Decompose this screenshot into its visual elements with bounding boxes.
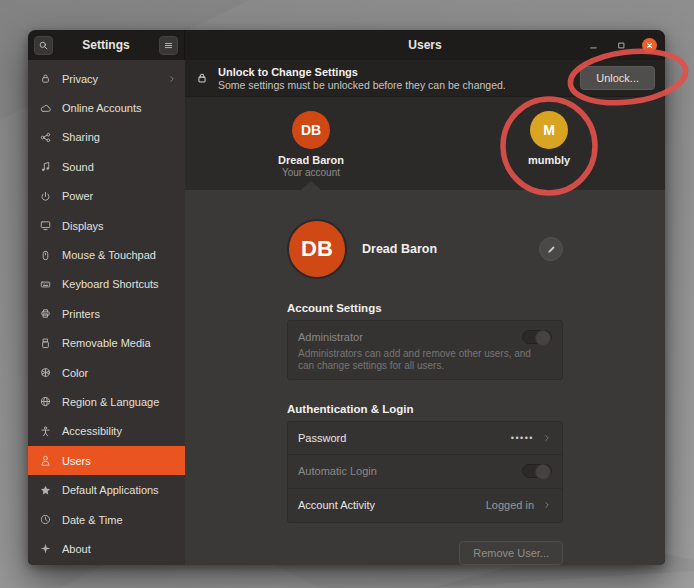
music-note-icon bbox=[39, 160, 52, 173]
user-name: Dread Baron bbox=[241, 154, 381, 166]
sidebar-item-mouse-touchpad[interactable]: Mouse & Touchpad bbox=[28, 240, 185, 269]
account-settings-group: Administrator Administrators can add and… bbox=[287, 320, 563, 380]
avatar: DB bbox=[292, 111, 330, 149]
sidebar-item-default-applications[interactable]: Default Applications bbox=[28, 475, 185, 504]
maximize-icon bbox=[616, 40, 627, 51]
edit-name-button[interactable] bbox=[539, 237, 563, 261]
sidebar-item-printers[interactable]: Printers bbox=[28, 299, 185, 328]
sidebar-item-label: Users bbox=[62, 455, 177, 467]
sidebar-item-label: Date & Time bbox=[62, 514, 177, 526]
profile-name: Dread Baron bbox=[362, 242, 437, 256]
sidebar-item-sound[interactable]: Sound bbox=[28, 152, 185, 181]
sidebar-item-about[interactable]: About bbox=[28, 534, 185, 563]
sidebar-item-power[interactable]: Power bbox=[28, 182, 185, 211]
sidebar-item-keyboard-shortcuts[interactable]: Keyboard Shortcuts bbox=[28, 270, 185, 299]
unlock-banner-text: Unlock to Change Settings Some settings … bbox=[218, 66, 506, 91]
sidebar-item-users[interactable]: Users bbox=[28, 446, 185, 475]
chevron-right-icon bbox=[542, 433, 552, 443]
password-row[interactable]: Password ••••• bbox=[288, 422, 562, 455]
sidebar-item-displays[interactable]: Displays bbox=[28, 211, 185, 240]
selected-user-caret bbox=[301, 181, 321, 190]
password-label: Password bbox=[298, 432, 346, 444]
sidebar-item-label: Keyboard Shortcuts bbox=[62, 278, 177, 290]
starburst-icon bbox=[39, 542, 52, 555]
administrator-toggle[interactable] bbox=[522, 330, 552, 344]
close-icon bbox=[645, 41, 654, 50]
sidebar-item-privacy[interactable]: Privacy bbox=[28, 64, 185, 93]
sidebar-item-region-language[interactable]: Region & Language bbox=[28, 387, 185, 416]
sidebar-item-date-time[interactable]: Date & Time bbox=[28, 505, 185, 534]
user-subtitle: Your account bbox=[241, 167, 381, 178]
remove-user-row: Remove User... bbox=[287, 541, 563, 565]
person-icon bbox=[39, 454, 52, 467]
chevron-right-icon bbox=[167, 74, 177, 84]
accessibility-icon bbox=[39, 425, 52, 438]
authentication-group: Password ••••• Automatic Login bbox=[287, 421, 563, 523]
page-title: Users bbox=[408, 38, 441, 52]
sidebar-item-label: Default Applications bbox=[62, 484, 177, 496]
sidebar-item-label: Accessibility bbox=[62, 425, 177, 437]
globe-icon bbox=[39, 395, 52, 408]
share-icon bbox=[39, 131, 52, 144]
sidebar-item-label: Color bbox=[62, 367, 177, 379]
star-icon bbox=[39, 484, 52, 497]
account-activity-row[interactable]: Account Activity Logged in bbox=[288, 489, 562, 522]
sidebar-item-color[interactable]: Color bbox=[28, 358, 185, 387]
avatar-initials: DB bbox=[301, 236, 333, 262]
app-title: Settings bbox=[82, 38, 129, 52]
sidebar-item-label: Mouse & Touchpad bbox=[62, 249, 177, 261]
sidebar-item-label: Power bbox=[62, 190, 177, 202]
clock-icon bbox=[39, 513, 52, 526]
unlock-banner-subtitle: Some settings must be unlocked before th… bbox=[218, 79, 506, 91]
user-dread-baron[interactable]: DB Dread Baron Your account bbox=[241, 111, 381, 178]
sidebar-item-label: Printers bbox=[62, 308, 177, 320]
sidebar-item-label: Region & Language bbox=[62, 396, 177, 408]
avatar-initials: M bbox=[543, 122, 555, 138]
sidebar-item-sharing[interactable]: Sharing bbox=[28, 123, 185, 152]
avatar: M bbox=[530, 111, 568, 149]
account-activity-value: Logged in bbox=[486, 499, 534, 511]
cloud-icon bbox=[39, 102, 52, 115]
unlock-banner-title: Unlock to Change Settings bbox=[218, 66, 506, 78]
remove-user-button[interactable]: Remove User... bbox=[459, 541, 563, 565]
sidebar-header: Settings bbox=[28, 30, 185, 60]
titlebar: Settings Users bbox=[28, 30, 665, 60]
user-name: mumbly bbox=[479, 154, 619, 166]
maximize-button[interactable] bbox=[614, 38, 629, 53]
sidebar-item-label: Privacy bbox=[62, 73, 157, 85]
settings-window: Settings Users Priv bbox=[28, 30, 665, 565]
user-mumbly[interactable]: M mumbly bbox=[479, 111, 619, 166]
account-activity-label: Account Activity bbox=[298, 499, 375, 511]
pencil-icon bbox=[546, 244, 557, 255]
sidebar: Privacy Online Accounts Sharing Sound Po… bbox=[28, 60, 185, 565]
sidebar-item-label: Sound bbox=[62, 161, 177, 173]
close-button[interactable] bbox=[642, 38, 657, 53]
printer-icon bbox=[39, 307, 52, 320]
automatic-login-label: Automatic Login bbox=[298, 465, 377, 477]
power-icon bbox=[39, 190, 52, 203]
search-button[interactable] bbox=[34, 36, 53, 55]
menu-button[interactable] bbox=[159, 36, 178, 55]
search-icon bbox=[38, 40, 49, 51]
sidebar-item-label: Removable Media bbox=[62, 337, 177, 349]
sidebar-item-removable-media[interactable]: Removable Media bbox=[28, 329, 185, 358]
minimize-button[interactable] bbox=[586, 38, 601, 53]
sidebar-item-online-accounts[interactable]: Online Accounts bbox=[28, 93, 185, 122]
chevron-right-icon bbox=[542, 500, 552, 510]
automatic-login-toggle[interactable] bbox=[522, 464, 552, 478]
authentication-heading: Authentication & Login bbox=[287, 403, 563, 415]
main-titlebar: Users bbox=[185, 30, 665, 60]
window-controls bbox=[586, 30, 657, 60]
sidebar-item-accessibility[interactable]: Accessibility bbox=[28, 417, 185, 446]
user-carousel: DB Dread Baron Your account M mumbly bbox=[185, 97, 665, 190]
keyboard-icon bbox=[39, 278, 52, 291]
account-settings-heading: Account Settings bbox=[287, 302, 563, 314]
administrator-label: Administrator bbox=[298, 331, 363, 343]
sidebar-item-label: About bbox=[62, 543, 177, 555]
automatic-login-row: Automatic Login bbox=[288, 455, 562, 488]
unlock-button[interactable]: Unlock... bbox=[580, 66, 655, 90]
sidebar-item-label: Online Accounts bbox=[62, 102, 177, 114]
minimize-icon bbox=[588, 40, 599, 51]
sidebar-item-label: Displays bbox=[62, 220, 177, 232]
color-wheel-icon bbox=[39, 366, 52, 379]
